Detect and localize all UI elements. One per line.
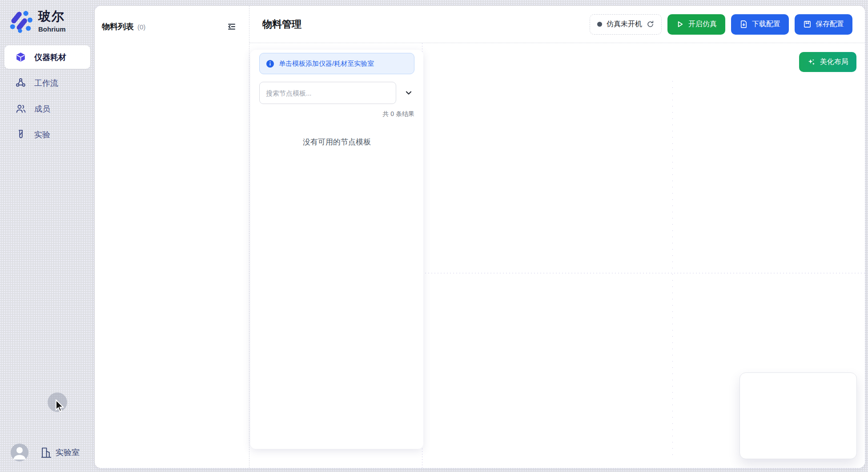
main-window: 物料列表 (0) 物料管理 仿真未开机 (95, 6, 865, 468)
experiment-icon (15, 129, 26, 140)
cube-icon (15, 52, 26, 63)
sidebar-item-label: 工作流 (34, 78, 58, 88)
start-simulation-label: 开启仿真 (688, 20, 717, 29)
beautify-layout-label: 美化布局 (820, 57, 848, 67)
material-list-count: (0) (137, 23, 145, 31)
template-hint-banner: 单击模板添加仪器/耗材至实验室 (259, 53, 414, 74)
refresh-icon[interactable] (647, 20, 654, 28)
collapse-panel-button[interactable] (226, 21, 237, 32)
node-templates-panel: 单击模板添加仪器/耗材至实验室 共 0 条结果 没有可用的节点模板 (250, 50, 423, 449)
collapse-panel-icon (227, 22, 237, 32)
sidebar-item-instruments[interactable]: 仪器耗材 (4, 45, 90, 69)
start-simulation-button[interactable]: 开启仿真 (667, 14, 725, 35)
info-icon (266, 60, 274, 68)
bohrium-lab-app: 玻尔 Bohrium 仪器耗材 工作流 (0, 0, 868, 472)
content-area: 物料管理 仿真未开机 开启仿真 (249, 6, 865, 468)
canvas-guide-horizontal-1 (422, 273, 865, 273)
sidebar-item-workflow[interactable]: 工作流 (4, 71, 90, 95)
save-config-label: 保存配置 (816, 20, 844, 29)
simulation-status-label: 仿真未开机 (607, 20, 642, 29)
result-count: 共 0 条结果 (259, 110, 414, 118)
workflow-icon (15, 77, 26, 88)
minimap-panel[interactable] (739, 372, 857, 459)
building-icon (40, 447, 52, 459)
content-header: 物料管理 仿真未开机 开启仿真 (249, 6, 865, 43)
download-config-button[interactable]: 下载配置 (731, 14, 789, 35)
template-search-input[interactable] (259, 82, 396, 104)
simulation-status-pill[interactable]: 仿真未开机 (590, 14, 662, 35)
sidebar-item-label: 实验 (34, 129, 50, 140)
template-search-row (259, 82, 414, 104)
page-title: 物料管理 (262, 18, 301, 31)
beautify-layout-button[interactable]: 美化布局 (799, 52, 856, 72)
sidebar-nav: 仪器耗材 工作流 成员 (0, 45, 95, 146)
material-list-panel: 物料列表 (0) (95, 6, 249, 468)
members-icon (15, 103, 26, 114)
mouse-cursor (54, 399, 67, 413)
material-list-header: 物料列表 (0) (102, 21, 237, 32)
status-dot (597, 22, 602, 27)
user-avatar[interactable] (11, 444, 28, 461)
chevron-down-icon (404, 88, 413, 97)
sidebar-footer: 实验室 (0, 444, 95, 461)
sparkles-icon (807, 58, 816, 67)
sidebar-item-members[interactable]: 成员 (4, 97, 90, 120)
brand-text: 玻尔 Bohrium (38, 8, 66, 33)
download-config-label: 下载配置 (752, 20, 780, 29)
sidebar-item-experiments[interactable]: 实验 (4, 123, 90, 146)
sidebar-item-label: 仪器耗材 (34, 52, 66, 63)
file-download-icon (739, 20, 748, 28)
header-actions: 仿真未开机 开启仿真 (590, 14, 852, 35)
avatar-person-icon (11, 444, 28, 461)
save-config-button[interactable]: 保存配置 (795, 14, 852, 35)
lab-canvas[interactable]: 单击模板添加仪器/耗材至实验室 共 0 条结果 没有可用的节点模板 (249, 43, 865, 468)
play-icon (676, 20, 684, 28)
empty-templates-message: 没有可用的节点模板 (259, 137, 414, 147)
canvas-guide-vertical-2 (672, 81, 673, 459)
lab-entry-label: 实验室 (56, 447, 80, 458)
material-list-title: 物料列表 (102, 21, 134, 32)
brand-name-zh: 玻尔 (38, 8, 66, 25)
brand: 玻尔 Bohrium (0, 0, 95, 33)
save-icon (803, 20, 812, 28)
lab-entry[interactable]: 实验室 (40, 447, 80, 459)
bohrium-logo-icon (8, 8, 33, 33)
brand-name-en: Bohrium (38, 25, 66, 33)
expand-filters-button[interactable] (403, 87, 414, 99)
template-hint-text: 单击模板添加仪器/耗材至实验室 (279, 60, 374, 68)
sidebar-item-label: 成员 (34, 104, 50, 114)
